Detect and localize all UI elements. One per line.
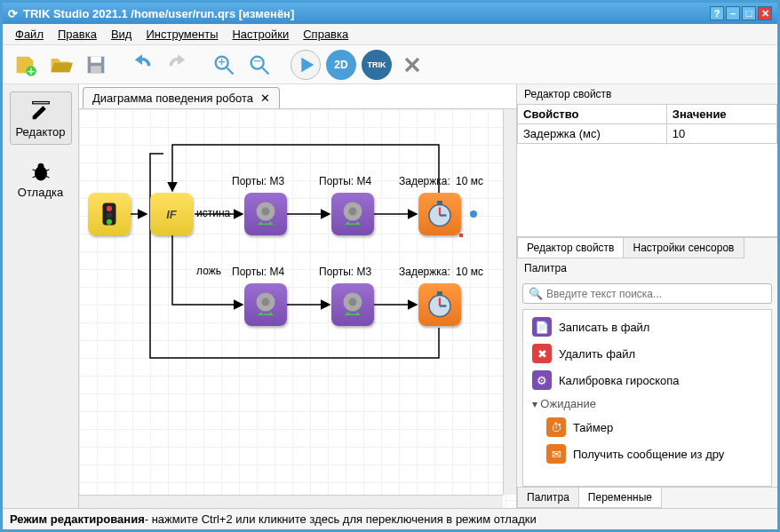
tab-props[interactable]: Редактор свойств bbox=[517, 238, 624, 258]
menu-help[interactable]: Справка bbox=[298, 26, 354, 43]
delay-label-bot: Задержка: bbox=[399, 266, 450, 278]
palette-search-input[interactable] bbox=[546, 288, 766, 300]
svg-rect-3 bbox=[91, 56, 101, 62]
help-button[interactable]: ? bbox=[710, 6, 724, 20]
app-icon: ⟳ bbox=[8, 7, 18, 20]
breakpoint-marker bbox=[459, 234, 463, 237]
props-col-val: Значение bbox=[666, 105, 776, 124]
props-area: СвойствоЗначение Задержка (мс)10 bbox=[517, 104, 777, 237]
window-buttons: ? – □ ✕ bbox=[710, 6, 772, 20]
close-button[interactable]: ✕ bbox=[758, 6, 772, 20]
svg-point-14 bbox=[37, 163, 44, 169]
zoom-out-button[interactable]: − bbox=[244, 50, 275, 80]
menubar: Файл Правка Вид Инструменты Настройки Сп… bbox=[3, 24, 777, 45]
scrollbar-vertical[interactable] bbox=[503, 109, 516, 495]
delay-label-top: Задержка: bbox=[399, 175, 450, 187]
trik-button[interactable]: TRIK bbox=[362, 50, 392, 80]
palette-list[interactable]: 📄Записать в файл ✖Удалить файл ⚙Калибров… bbox=[522, 309, 772, 487]
palette-item-timer[interactable]: ⏱Таймер bbox=[530, 414, 764, 441]
palette-item-delete-file[interactable]: ✖Удалить файл bbox=[530, 340, 764, 367]
right-panel: Редактор свойств СвойствоЗначение Задерж… bbox=[516, 84, 777, 508]
props-title: Редактор свойств bbox=[517, 84, 777, 104]
start-node[interactable] bbox=[88, 193, 131, 235]
save-button[interactable] bbox=[81, 50, 111, 80]
pencil-icon bbox=[28, 99, 53, 123]
svg-text:+: + bbox=[218, 53, 226, 68]
false-label: ложь bbox=[196, 265, 221, 277]
close-tab-icon[interactable]: ✕ bbox=[260, 91, 270, 105]
bug-icon bbox=[28, 159, 53, 184]
palette-area: 🔍 📄Записать в файл ✖Удалить файл ⚙Калибр… bbox=[517, 278, 777, 487]
mode-panel: Редактор Отладка bbox=[3, 84, 79, 508]
canvas[interactable]: IF истина ложь Порты: M3 Порты: M4 Задер… bbox=[79, 109, 516, 508]
minimize-button[interactable]: – bbox=[726, 6, 740, 20]
timer-top[interactable] bbox=[418, 193, 461, 235]
redo-button[interactable] bbox=[163, 50, 193, 80]
menu-view[interactable]: Вид bbox=[106, 26, 138, 43]
svg-point-26 bbox=[107, 206, 112, 211]
menu-settings[interactable]: Настройки bbox=[227, 26, 294, 43]
svg-rect-44 bbox=[437, 291, 442, 296]
motor-m4-bot[interactable] bbox=[244, 283, 287, 326]
svg-text:−: − bbox=[253, 53, 261, 68]
menu-file[interactable]: Файл bbox=[10, 26, 49, 43]
tab-variables[interactable]: Переменные bbox=[578, 488, 662, 508]
svg-marker-11 bbox=[301, 57, 314, 71]
palette-item-write-file[interactable]: 📄Записать в файл bbox=[530, 314, 764, 340]
true-label: истина bbox=[196, 207, 230, 219]
mode-editor[interactable]: Редактор bbox=[10, 91, 72, 145]
port-label-m4-bot: Порты: M4 bbox=[232, 266, 284, 278]
status-hint: - нажмите Ctrl+2 или кликните здесь для … bbox=[145, 512, 537, 526]
mode-debug[interactable]: Отладка bbox=[10, 152, 72, 205]
run-button[interactable] bbox=[291, 50, 321, 80]
svg-point-28 bbox=[107, 219, 112, 225]
prop-key: Задержка (мс) bbox=[518, 124, 667, 144]
motor-m3-top[interactable] bbox=[244, 193, 287, 235]
props-tabs: Редактор свойств Настройки сенсоров bbox=[517, 237, 777, 258]
props-col-prop: Свойство bbox=[518, 105, 667, 124]
settings-button[interactable] bbox=[397, 50, 427, 80]
motor-m3-bot[interactable] bbox=[331, 283, 374, 326]
tab-palette[interactable]: Палитра bbox=[517, 488, 579, 508]
port-label-m3-top: Порты: M3 bbox=[232, 175, 284, 187]
toolbar: + + − 2D TRIK bbox=[3, 45, 777, 84]
statusbar[interactable]: Режим редактирования - нажмите Ctrl+2 ил… bbox=[3, 508, 777, 529]
if-node[interactable]: IF bbox=[150, 193, 193, 235]
port-label-m3-bot: Порты: M3 bbox=[319, 266, 371, 278]
delay-val-bot: 10 мс bbox=[456, 266, 483, 278]
center-area: Диаграмма поведения робота ✕ bbox=[79, 84, 516, 508]
selection-handle[interactable] bbox=[470, 210, 477, 218]
tab-sensors[interactable]: Настройки сенсоров bbox=[623, 238, 744, 258]
zoom-in-button[interactable]: + bbox=[209, 50, 239, 80]
palette-category-wait[interactable]: ▾ Ожидание bbox=[530, 393, 764, 414]
delay-val-top: 10 мс bbox=[456, 175, 483, 187]
palette-item-gyro[interactable]: ⚙Калибровка гироскопа bbox=[530, 367, 764, 393]
scrollbar-horizontal[interactable] bbox=[79, 495, 503, 508]
open-file-button[interactable] bbox=[45, 50, 76, 80]
palette-title: Палитра bbox=[517, 258, 777, 278]
new-file-button[interactable]: + bbox=[10, 50, 40, 80]
main-area: Редактор Отладка Диаграмма поведения роб… bbox=[3, 84, 777, 508]
2d-button[interactable]: 2D bbox=[326, 50, 356, 80]
palette-item-recv-msg[interactable]: ✉Получить сообщение из дру bbox=[530, 441, 764, 467]
svg-rect-4 bbox=[91, 66, 101, 73]
maximize-button[interactable]: □ bbox=[742, 6, 756, 20]
motor-m4-top[interactable] bbox=[331, 193, 374, 235]
svg-line-9 bbox=[263, 67, 269, 74]
menu-tools[interactable]: Инструменты bbox=[140, 26, 223, 43]
svg-text:+: + bbox=[28, 62, 36, 76]
palette-tabs: Палитра Переменные bbox=[517, 487, 777, 508]
undo-button[interactable] bbox=[127, 50, 157, 80]
timer-bot[interactable] bbox=[418, 283, 461, 326]
search-icon: 🔍 bbox=[529, 287, 543, 300]
window-title: TRIK Studio 2021.1 /home/user/run.qrs [и… bbox=[23, 7, 710, 20]
menu-edit[interactable]: Правка bbox=[52, 26, 102, 43]
props-table: СвойствоЗначение Задержка (мс)10 bbox=[517, 104, 777, 144]
prop-val[interactable]: 10 bbox=[666, 124, 776, 144]
diagram-tab[interactable]: Диаграмма поведения робота ✕ bbox=[83, 87, 280, 108]
svg-line-6 bbox=[227, 67, 234, 74]
status-mode: Режим редактирования bbox=[10, 512, 145, 526]
palette-search[interactable]: 🔍 bbox=[522, 283, 772, 304]
diagram-tabs: Диаграмма поведения робота ✕ bbox=[79, 84, 516, 109]
port-label-m4-top: Порты: M4 bbox=[319, 175, 371, 187]
